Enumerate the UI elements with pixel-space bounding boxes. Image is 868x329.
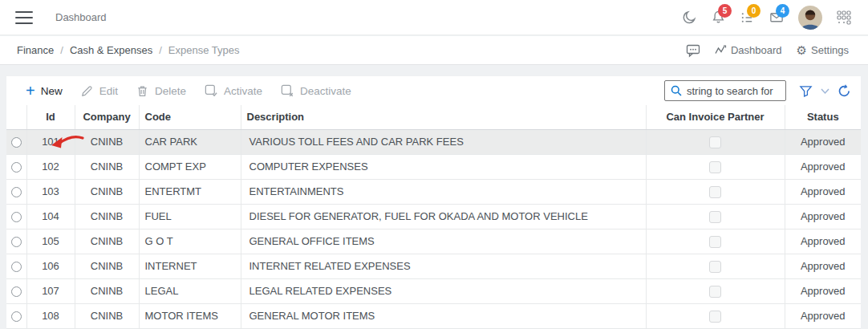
cell-id: 101 (26, 129, 75, 154)
deactivate-button[interactable]: Deactivate (271, 83, 360, 98)
menu-toggle-icon[interactable] (15, 11, 33, 24)
row-select-radio[interactable] (11, 212, 22, 222)
can-invoice-partner-checkbox (709, 286, 721, 298)
can-invoice-partner-checkbox (709, 186, 721, 198)
delete-button-label: Delete (155, 85, 186, 97)
can-invoice-partner-checkbox (709, 311, 721, 323)
settings-link-label: Settings (811, 44, 849, 56)
header-status[interactable]: Status (785, 105, 861, 129)
header-company[interactable]: Company (75, 105, 139, 129)
cell-code: CAR PARK (139, 129, 241, 154)
breadcrumb-separator: / (60, 44, 63, 56)
settings-link[interactable]: ⚙ Settings (797, 44, 849, 56)
chart-line-icon (715, 45, 727, 55)
cell-code: ENTERTMT (139, 179, 241, 204)
cell-description: INTERNET RELATED EXPENSES (241, 254, 646, 278)
row-select-radio[interactable] (11, 137, 22, 148)
header-code[interactable]: Code (139, 105, 241, 129)
row-select-radio[interactable] (11, 237, 22, 247)
pencil-icon (80, 84, 94, 98)
can-invoice-partner-checkbox (709, 136, 721, 148)
user-avatar[interactable] (798, 6, 822, 30)
table-row[interactable]: 107 CNINB LEGAL LEGAL RELATED EXPENSES A… (6, 278, 861, 303)
cell-code: LEGAL (139, 278, 241, 303)
refresh-icon[interactable] (838, 84, 851, 98)
cell-description: LEGAL RELATED EXPENSES (241, 278, 646, 303)
header-id[interactable]: Id (26, 105, 75, 129)
cell-company: CNINB (75, 229, 139, 254)
activate-button[interactable]: Activate (195, 83, 271, 98)
cell-company: CNINB (75, 129, 139, 154)
cell-description: DIESEL FOR GENERATOR, FUEL FOR OKADA AND… (241, 204, 646, 229)
messages-badge: 4 (776, 4, 789, 18)
app-title: Dashboard (55, 11, 107, 23)
grid-toolbar: + New Edit Delete Activate Deactivate (6, 76, 861, 105)
search-box (664, 80, 786, 101)
can-invoice-partner-checkbox (709, 161, 721, 173)
activate-button-label: Activate (224, 85, 262, 97)
notifications-button[interactable]: 5 (711, 10, 726, 25)
deactivate-button-label: Deactivate (300, 85, 351, 97)
filter-icon[interactable] (799, 84, 813, 98)
cell-company: CNINB (75, 204, 139, 229)
toolbar-right (664, 80, 861, 101)
row-select-radio[interactable] (11, 187, 22, 197)
filter-chevron-icon[interactable] (821, 87, 829, 95)
apps-grid-icon (836, 10, 852, 26)
table-header-row: Id Company Code Description Can Invoice … (6, 105, 861, 129)
cell-id: 105 (26, 229, 75, 254)
expense-types-table: Id Company Code Description Can Invoice … (6, 105, 861, 329)
can-invoice-partner-checkbox (709, 261, 721, 273)
cell-status: Approved (785, 303, 861, 328)
cell-description: VARIOUS TOLL FEES AND CAR PARK FEES (241, 129, 646, 154)
new-button[interactable]: + New (17, 85, 71, 97)
table-row[interactable]: 102 CNINB COMPT EXP COMPUTER EXPENSES Ap… (6, 154, 861, 179)
topbar-actions: 5 0 4 (682, 6, 868, 30)
edit-button[interactable]: Edit (71, 84, 127, 98)
row-select-radio[interactable] (11, 286, 22, 297)
cell-id: 108 (26, 303, 75, 328)
header-can-invoice-partner[interactable]: Can Invoice Partner (646, 105, 785, 129)
dark-mode-toggle[interactable] (682, 10, 697, 25)
search-icon (670, 84, 683, 97)
cell-code: G O T (139, 229, 241, 254)
table-row[interactable]: 108 CNINB MOTOR ITEMS GENERAL MOTOR ITEM… (6, 303, 861, 328)
edit-button-label: Edit (99, 85, 118, 97)
table-row[interactable]: 103 CNINB ENTERTMT ENTERTAINMENTS Approv… (6, 179, 861, 204)
table-row[interactable]: 106 CNINB INTERNET INTERNET RELATED EXPE… (6, 254, 861, 278)
messages-button[interactable]: 4 (769, 10, 785, 25)
top-navbar: Dashboard 5 0 4 (0, 0, 868, 35)
cell-description: ENTERTAINMENTS (241, 179, 646, 204)
header-description[interactable]: Description (241, 105, 646, 129)
delete-button[interactable]: Delete (127, 84, 195, 98)
cell-description: GENERAL OFFICE ITEMS (241, 229, 646, 254)
trash-icon (136, 84, 149, 98)
table-body: 101 CNINB CAR PARK VARIOUS TOLL FEES AND… (6, 129, 861, 329)
cell-status: Approved (785, 254, 861, 278)
notification-badge: 5 (718, 4, 732, 18)
table-row[interactable]: 101 CNINB CAR PARK VARIOUS TOLL FEES AND… (6, 129, 861, 154)
row-select-radio[interactable] (11, 162, 22, 173)
apps-grid-button[interactable] (836, 10, 852, 26)
breadcrumb-bar: Finance / Cash & Expenses / Expense Type… (0, 36, 868, 65)
cell-description: COMPUTER EXPENSES (241, 154, 646, 179)
breadcrumb-item-cash-expenses[interactable]: Cash & Expenses (70, 44, 152, 56)
dashboard-link[interactable]: Dashboard (715, 44, 782, 56)
cell-company: CNINB (75, 303, 139, 328)
row-select-radio[interactable] (11, 311, 22, 322)
chat-icon[interactable] (686, 43, 700, 58)
breadcrumb: Finance / Cash & Expenses / Expense Type… (17, 44, 240, 56)
table-row[interactable]: 104 CNINB FUEL DIESEL FOR GENERATOR, FUE… (6, 204, 861, 229)
cell-status: Approved (785, 204, 861, 229)
cell-id: 102 (26, 154, 75, 179)
plus-icon: + (26, 85, 35, 96)
cell-code: FUEL (139, 204, 241, 229)
tasks-button[interactable]: 0 (740, 10, 755, 25)
search-input[interactable] (687, 85, 781, 97)
breadcrumb-item-expense-types: Expense Types (168, 44, 240, 56)
breadcrumb-item-finance[interactable]: Finance (17, 44, 54, 56)
cell-code: COMPT EXP (139, 154, 241, 179)
row-select-radio[interactable] (11, 262, 22, 272)
cell-id: 107 (26, 278, 75, 303)
table-row[interactable]: 105 CNINB G O T GENERAL OFFICE ITEMS App… (6, 229, 861, 254)
